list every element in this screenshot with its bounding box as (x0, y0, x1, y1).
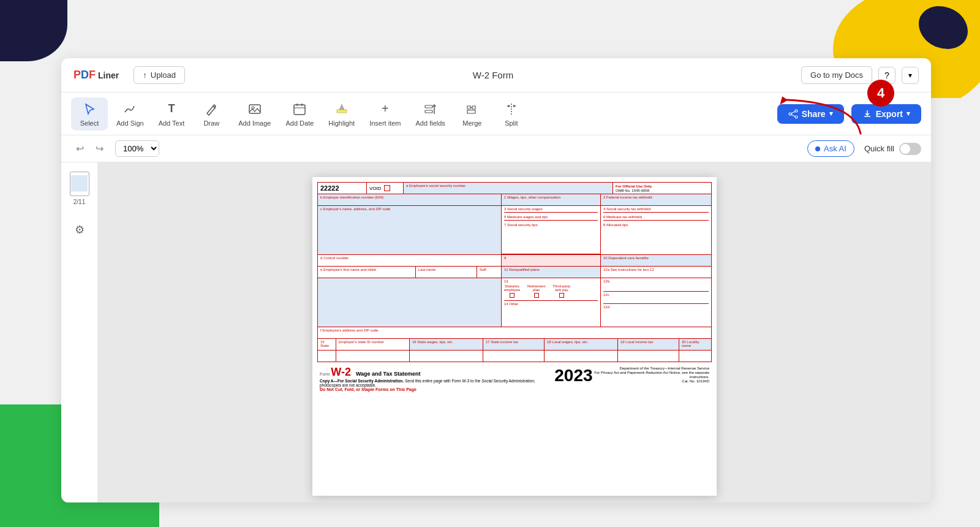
toolbar-highlight[interactable]: Highlight (322, 97, 361, 131)
w2-box13-cell: 13 Statutoryemployee Retirementplan (504, 279, 598, 301)
w2-copy-label: Copy A—For Social Security Administratio… (320, 379, 535, 387)
quick-fill-toggle[interactable] (899, 143, 921, 155)
svg-rect-2 (294, 105, 305, 115)
w2-box7-label: 7 Social security tips (504, 223, 598, 227)
w2-box18-label: 18 Local wages, tips, etc. (547, 340, 615, 344)
svg-rect-0 (249, 105, 260, 113)
w2-box9-cell: 9 (502, 255, 601, 266)
upload-label: Upload (151, 70, 176, 80)
logo: PDF Liner (74, 69, 119, 82)
w2-box12d-label: 12d (603, 305, 709, 309)
w2-control-label: d Control number (320, 256, 499, 260)
w2-thirdparty-group: Third-partysick pay (552, 284, 570, 298)
w2-ssn-label: a Employee's social security number (406, 184, 610, 188)
header-chevron-button[interactable]: ▾ (902, 67, 919, 84)
upload-button[interactable]: ↑ Upload (134, 66, 185, 84)
w2-donot-label: Do Not Cut, Fold, or Staple Forms on Thi… (320, 387, 417, 392)
redo-button[interactable]: ↪ (91, 140, 108, 157)
w2-footer-left: Form W-2 Wage and Tax Statement Copy A—F… (320, 366, 554, 392)
draw-label: Draw (203, 119, 219, 127)
w2-form: 22222 VOID a Employee's social security … (312, 177, 717, 396)
w2-state-extra-1 (318, 351, 336, 362)
split-label: Split (505, 119, 518, 127)
toolbar-merge[interactable]: Merge (454, 97, 491, 131)
w2-control-cell: d Control number (318, 255, 502, 266)
toolbar-add-text[interactable]: T Add Text (153, 97, 191, 131)
w2-box9-label: 9 (504, 256, 598, 260)
w2-omb: OMB No. 1545-0008 (616, 189, 649, 192)
w2-checkboxes: Statutoryemployee Retirementplan (504, 284, 598, 298)
w2-retirement-group: Retirementplan (527, 284, 545, 298)
w2-box19-cell: 19 Local income tax (618, 339, 679, 350)
toolbar-add-sign[interactable]: Add Sign (110, 97, 150, 131)
add-date-icon (292, 101, 307, 117)
toolbar-add-image[interactable]: Add Image (232, 97, 277, 131)
ask-ai-button[interactable]: Ask AI (807, 140, 854, 157)
undo-redo-group: ↩ ↪ (71, 140, 108, 157)
w2-box4-label: 4 Social security tax withheld (603, 207, 709, 211)
w2-box15b-label: Employer's state ID number (339, 340, 407, 344)
undo-button[interactable]: ↩ (71, 140, 88, 157)
w2-row-8: 15 State Employer's state ID number 16 S… (318, 339, 711, 351)
w2-box15b-cell: Employer's state ID number (336, 339, 410, 350)
toolbar-add-date[interactable]: Add Date (279, 97, 320, 131)
split-icon (503, 101, 519, 117)
svg-rect-8 (425, 110, 432, 113)
w2-official-use: For Official Use Only (616, 184, 652, 188)
toolbar-insert-item[interactable]: + Insert item (363, 97, 407, 131)
w2-box7-cell: 7 Social security tips (504, 222, 598, 227)
sidebar: 2/11 ⚙ (61, 162, 98, 502)
w2-box-22222: 22222 (318, 183, 367, 194)
w2-box12a-label: 12a See instructions for box 12 (603, 268, 709, 271)
w2-box1-label: 1 Wages, tips, other compensation (504, 195, 598, 199)
w2-box16-cell: 16 State wages, tips, etc. (410, 339, 483, 350)
sidebar-page-thumbnail[interactable]: 2/11 (66, 170, 93, 207)
svg-point-1 (252, 107, 254, 109)
w2-box20-cell: 20 Locality name (679, 339, 711, 350)
w2-22222-value: 22222 (320, 184, 339, 192)
w2-box6-label: 6 Medicare tax withheld (603, 215, 709, 219)
toolbar-add-fields[interactable]: Add fields (410, 97, 451, 131)
w2-emp-first-label: e Employee's first name and initial (320, 268, 413, 271)
logo-pdf: PDF (74, 69, 96, 82)
w2-box12b-label: 12b (603, 279, 709, 283)
toolbar-split[interactable]: Split (493, 97, 530, 131)
sub-toolbar-right: Ask AI Quick fill (167, 140, 921, 157)
w2-row-9 (318, 351, 711, 362)
w2-ein-label: b Employer identification number (EIN) (320, 195, 499, 199)
goto-docs-button[interactable]: Go to my Docs (801, 66, 872, 84)
w2-box12bcd-outer: 12b 12c 12d (601, 278, 711, 327)
pdf-canvas-area[interactable]: 22222 VOID a Employee's social security … (98, 162, 931, 502)
toolbar-select[interactable]: Select (71, 97, 108, 131)
header-actions: Go to my Docs ? ▾ (801, 66, 919, 84)
svg-rect-7 (425, 105, 432, 108)
w2-box13-label: 13 (504, 279, 598, 283)
w2-box18-cell: 18 Local wages, tips, etc. (545, 339, 618, 350)
w2-official-use-cell: For Official Use Only OMB No. 1545-0008 (613, 183, 711, 194)
add-sign-icon (122, 101, 138, 117)
toolbar-draw[interactable]: Draw (193, 97, 230, 131)
w2-box17-cell: 17 State income tax (483, 339, 545, 350)
w2-box15-label: 15 State (320, 340, 333, 347)
highlight-icon (334, 101, 350, 117)
export-chevron: ▾ (907, 110, 910, 118)
w2-state-extra-3 (410, 351, 483, 362)
w2-footer: Form W-2 Wage and Tax Statement Copy A—F… (317, 366, 712, 392)
svg-rect-6 (337, 110, 347, 113)
add-image-icon (247, 101, 263, 117)
quick-fill-label: Quick fill (864, 144, 894, 153)
w2-box3-label: 3 Social security wages (504, 207, 598, 211)
w2-box15-cell: 15 State (318, 339, 336, 350)
w2-state-extra-4 (483, 351, 545, 362)
w2-box11-label: 11 Nonqualified plans (504, 268, 598, 271)
insert-item-icon: + (377, 101, 393, 117)
w2-box1-cell: 1 Wages, tips, other compensation (502, 194, 601, 205)
w2-box4-cell: 4 Social security tax withheld (603, 207, 709, 213)
w2-employer-cell: c Employer's name, address, and ZIP code (318, 206, 502, 254)
w2-box13-14-outer: 13 Statutoryemployee Retirementplan (502, 278, 601, 327)
add-text-icon: T (164, 101, 179, 117)
w2-last-name-cell: Last name (416, 267, 477, 278)
sidebar-settings[interactable]: ⚙ (66, 211, 93, 248)
merge-icon (464, 101, 480, 117)
zoom-select[interactable]: 100% (115, 140, 159, 157)
